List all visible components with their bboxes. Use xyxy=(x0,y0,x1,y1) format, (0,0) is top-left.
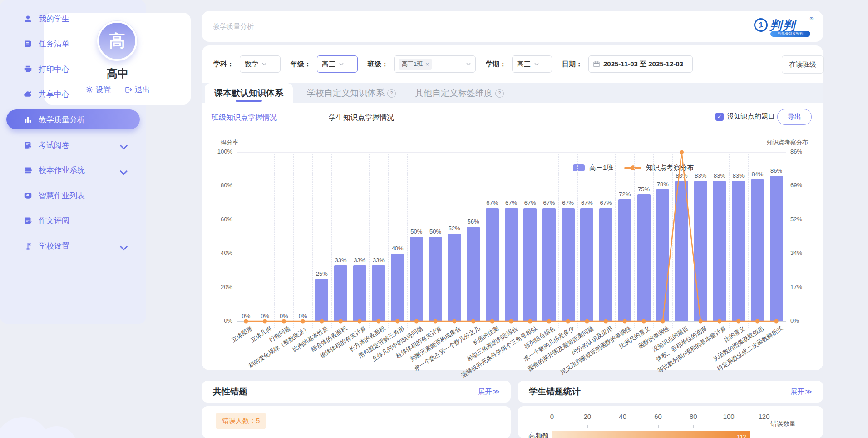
right-axis-tick: 0% xyxy=(790,317,827,324)
line-point xyxy=(528,319,532,324)
line-point xyxy=(434,319,438,324)
help-question-icon[interactable]: ? xyxy=(495,89,504,98)
line-point xyxy=(509,319,513,324)
sidebar-item-8[interactable]: 智慧作业列表 xyxy=(6,185,140,205)
page-title-placeholder: 教学质量分析 xyxy=(213,22,254,31)
class-tag-label: 高三1班 xyxy=(402,60,423,68)
class-tag: 高三1班 × xyxy=(399,59,432,70)
student-errors-chart: 020406080100120错误数量高频题112 xyxy=(518,406,823,438)
student-errors-title: 学生错题统计 xyxy=(529,386,581,398)
semester-value: 高三 xyxy=(517,60,531,69)
right-axis-tick: 52% xyxy=(790,216,827,223)
subject-select[interactable]: 数学 xyxy=(240,55,281,73)
common-errors-header: 共性错题 展开≫ xyxy=(202,381,511,403)
date-range-value: 2025-11-03 至 2025-12-03 xyxy=(603,60,683,69)
left-axis-title: 得分率 xyxy=(202,139,238,147)
grade-select[interactable]: 高三 xyxy=(317,55,358,73)
sidebar-item-label: 共享中心 xyxy=(39,89,69,100)
sidebar-item-1[interactable]: 我的学生 xyxy=(6,9,140,29)
line-point xyxy=(623,319,627,324)
student-errors-expand-button[interactable]: 展开≫ xyxy=(790,388,812,396)
sidebar-item-5[interactable]: 教学质量分析 xyxy=(6,110,140,129)
date-range-picker[interactable]: 2025-11-03 至 2025-12-03 xyxy=(588,55,693,73)
line-point xyxy=(414,319,419,324)
essay-icon xyxy=(24,216,32,225)
tab-label: 课本默认知识体系 xyxy=(214,87,283,99)
brand-logo: 1 判判 ® 判作业就找判判 xyxy=(754,15,813,38)
class-select[interactable]: 高三1班 × xyxy=(394,55,476,73)
line-point xyxy=(699,319,703,324)
books-icon xyxy=(24,166,32,174)
mini-axis-label: 错误数量 xyxy=(770,420,796,428)
sidebar-item-3[interactable]: 打印中心 xyxy=(6,59,140,79)
subtab-student-mastery[interactable]: 学生知识点掌握情况 xyxy=(329,111,394,124)
enrolled-class-button[interactable]: 在读班级 xyxy=(782,55,824,74)
student-errors-header: 学生错题统计 展开≫ xyxy=(518,381,823,403)
logo-icon: 1 xyxy=(753,17,769,33)
sidebar-item-label: 智慧作业列表 xyxy=(39,190,85,201)
chevron-down-icon xyxy=(119,143,128,151)
line-point xyxy=(339,319,343,324)
mini-row-label: 高频题 xyxy=(524,432,549,438)
no-knowledge-point-checkbox[interactable]: ✓ xyxy=(715,113,724,121)
sidebar-item-7[interactable]: 校本作业系统 xyxy=(6,160,140,180)
sidebar-item-4[interactable]: 共享中心 xyxy=(6,85,140,105)
mini-axis-tick: 100 xyxy=(719,413,739,420)
sidebar-item-10[interactable]: 学校设置 xyxy=(6,236,140,256)
sidebar-item-label: 学校设置 xyxy=(39,241,69,251)
left-axis-tick: 0% xyxy=(196,317,232,324)
mini-axis-tick: 0 xyxy=(542,413,562,420)
right-axis-tick: 17% xyxy=(790,284,827,290)
exam-icon xyxy=(24,141,32,149)
subtab-class-mastery[interactable]: 班级知识点掌握情况 xyxy=(212,111,277,124)
divider xyxy=(318,114,318,122)
chevron-down-icon xyxy=(339,62,344,66)
tab-2[interactable]: 学校自定义知识体系? xyxy=(301,83,401,103)
right-axis-title: 知识点考察分布 xyxy=(754,139,808,147)
chevron-down-icon xyxy=(262,62,266,66)
common-errors-expand-button[interactable]: 展开≫ xyxy=(478,388,500,396)
tag-close-icon[interactable]: × xyxy=(425,61,429,68)
mini-axis-tick: 80 xyxy=(683,413,703,420)
tab-1[interactable]: 课本默认知识体系 xyxy=(205,83,293,103)
mini-axis-tick: 120 xyxy=(754,413,774,420)
error-count-badge: 错误人数：5 xyxy=(216,413,266,429)
sidebar-item-6[interactable]: 考试阅卷 xyxy=(6,135,140,155)
grade-filter-label: 年级： xyxy=(291,55,311,73)
line-point xyxy=(244,319,248,324)
calendar-icon xyxy=(593,61,600,67)
split-line xyxy=(786,154,786,328)
top-header: 教学质量分析 1 判判 ® 判作业就找判判 xyxy=(202,11,823,42)
sidebar-item-label: 任务清单 xyxy=(39,39,69,49)
sidebar-item-9[interactable]: 作文评阅 xyxy=(6,211,140,231)
tasklist-icon xyxy=(24,40,32,48)
line-point xyxy=(452,319,456,324)
semester-select[interactable]: 高三 xyxy=(512,55,552,73)
double-chevron-icon: ≫ xyxy=(493,388,500,396)
mini-axis-line xyxy=(552,428,764,428)
line-point xyxy=(774,319,779,324)
line-point xyxy=(358,319,362,324)
export-button[interactable]: 导出 xyxy=(777,109,812,125)
printer-icon xyxy=(24,65,32,74)
subject-value: 数学 xyxy=(245,60,258,69)
mini-axis-tick: 40 xyxy=(613,413,633,420)
x-axis-labels: 立体图形立体几何行程问题积的变化规律（整数乘法）比例的基本性质组合体的表面积锥体… xyxy=(237,324,786,370)
date-filter-label: 日期： xyxy=(562,55,582,73)
help-question-icon[interactable]: ? xyxy=(387,89,396,98)
tab-3[interactable]: 其他自定义标签维度? xyxy=(409,83,509,103)
semester-filter-label: 学期： xyxy=(486,55,506,73)
line-point xyxy=(301,319,305,324)
chevron-down-icon xyxy=(119,244,128,252)
x-axis-label: 立体几何 xyxy=(249,324,273,344)
line-point xyxy=(471,319,475,324)
grade-value: 高三 xyxy=(322,60,335,69)
sidebar-item-2[interactable]: 任务清单 xyxy=(6,34,140,54)
line-point xyxy=(661,319,665,324)
right-axis-tick: 34% xyxy=(790,249,827,256)
sidebar-item-label: 校本作业系统 xyxy=(39,165,85,175)
bar-line-chart: 0%0%0%0%25%33%33%33%40%50%50%52%56%67%67… xyxy=(237,152,786,321)
tab-label: 其他自定义标签维度 xyxy=(415,87,493,99)
sidebar-item-label: 我的学生 xyxy=(39,14,69,24)
smart-homework-icon xyxy=(24,191,32,200)
